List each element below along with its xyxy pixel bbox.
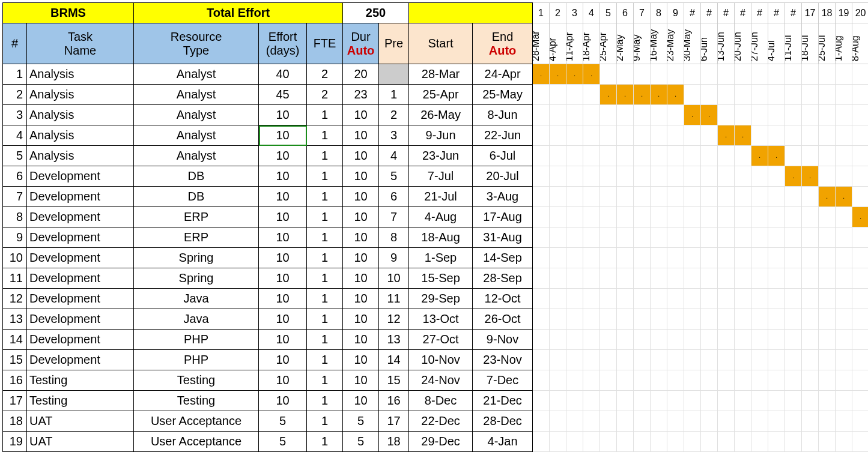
gantt-cell[interactable] [684,411,701,432]
gantt-cell[interactable] [718,370,735,391]
gantt-cell[interactable]: . [701,105,718,125]
gantt-cell[interactable]: . [768,146,785,166]
week-date-12[interactable]: 20-Jun [735,23,751,64]
gantt-cell[interactable] [701,207,718,227]
gantt-cell[interactable] [852,125,868,146]
effort-cell[interactable]: 10 [259,146,307,166]
end-cell[interactable]: 4-Jan [473,432,533,452]
task-name-cell[interactable]: Development [27,248,134,268]
pre-cell[interactable]: 12 [379,309,409,330]
effort-cell[interactable]: 10 [259,105,307,125]
resource-type-cell[interactable]: Java [134,309,259,330]
gantt-cell[interactable] [600,125,617,146]
pre-cell[interactable]: 15 [379,370,409,391]
gantt-cell[interactable] [836,411,852,432]
gantt-cell[interactable] [566,289,583,309]
gantt-cell[interactable] [550,350,566,370]
gantt-cell[interactable] [651,146,667,166]
end-cell[interactable]: 9-Nov [473,330,533,350]
gantt-cell[interactable] [667,125,684,146]
gantt-cell[interactable] [836,350,852,370]
hdr-start[interactable]: Start [409,23,473,64]
gantt-cell[interactable] [634,391,651,411]
start-cell[interactable]: 18-Aug [409,227,473,248]
gantt-cell[interactable] [718,105,735,125]
gantt-cell[interactable] [751,227,768,248]
gantt-cell[interactable] [566,187,583,207]
gantt-cell[interactable] [785,432,802,452]
gantt-cell[interactable] [550,309,566,330]
gantt-cell[interactable] [600,330,617,350]
start-cell[interactable]: 24-Nov [409,370,473,391]
task-name-cell[interactable]: Analysis [27,105,134,125]
week-number-8[interactable]: 9 [667,3,684,23]
gantt-cell[interactable] [583,350,600,370]
gantt-cell[interactable] [701,248,718,268]
fte-cell[interactable]: 2 [307,64,343,85]
gantt-cell[interactable] [701,350,718,370]
start-cell[interactable]: 1-Sep [409,248,473,268]
effort-cell[interactable]: 10 [259,289,307,309]
gantt-cell[interactable] [802,125,819,146]
gantt-cell[interactable] [583,268,600,289]
gantt-cell[interactable] [735,248,751,268]
pre-cell[interactable]: 2 [379,105,409,125]
gantt-cell[interactable] [751,309,768,330]
task-name-cell[interactable]: Analysis [27,146,134,166]
gantt-cell[interactable] [600,289,617,309]
gantt-cell[interactable] [667,146,684,166]
start-cell[interactable]: 8-Dec [409,391,473,411]
row-index[interactable]: 18 [3,411,27,432]
resource-type-cell[interactable]: Testing [134,370,259,391]
week-number-1[interactable]: 2 [550,3,566,23]
gantt-cell[interactable]: . [651,85,667,105]
gantt-cell[interactable] [634,207,651,227]
gantt-cell[interactable] [819,309,836,330]
gantt-cell[interactable] [600,146,617,166]
gantt-cell[interactable] [634,289,651,309]
gantt-cell[interactable] [617,330,634,350]
gantt-cell[interactable] [566,207,583,227]
end-cell[interactable]: 25-May [473,85,533,105]
gantt-cell[interactable] [566,125,583,146]
gantt-cell[interactable] [583,105,600,125]
task-name-cell[interactable]: Analysis [27,64,134,85]
effort-cell[interactable]: 10 [259,227,307,248]
gantt-cell[interactable] [735,432,751,452]
hdr-task[interactable]: Task Name [27,23,134,64]
gantt-cell[interactable] [718,350,735,370]
gantt-cell[interactable] [634,330,651,350]
gantt-cell[interactable]: . [751,146,768,166]
fte-cell[interactable]: 1 [307,207,343,227]
gantt-cell[interactable] [751,330,768,350]
gantt-cell[interactable] [785,289,802,309]
gantt-cell[interactable] [651,391,667,411]
end-cell[interactable]: 24-Apr [473,64,533,85]
gantt-cell[interactable] [751,411,768,432]
dur-cell[interactable]: 10 [343,187,379,207]
gantt-cell[interactable] [852,411,868,432]
gantt-cell[interactable] [819,105,836,125]
gantt-cell[interactable] [852,64,868,85]
gantt-cell[interactable] [718,391,735,411]
gantt-cell[interactable] [617,289,634,309]
gantt-cell[interactable] [718,268,735,289]
gantt-cell[interactable] [836,105,852,125]
gantt-cell[interactable] [785,227,802,248]
start-cell[interactable]: 22-Dec [409,411,473,432]
gantt-cell[interactable] [550,85,566,105]
week-date-8[interactable]: 23-May [667,23,684,64]
gantt-cell[interactable] [617,268,634,289]
gantt-cell[interactable] [701,309,718,330]
dur-cell[interactable]: 10 [343,268,379,289]
gantt-cell[interactable] [550,268,566,289]
gantt-cell[interactable] [701,85,718,105]
gantt-cell[interactable] [819,125,836,146]
gantt-cell[interactable] [735,166,751,187]
gantt-cell[interactable] [566,391,583,411]
week-date-16[interactable]: 18-Jul [802,23,819,64]
pre-cell[interactable]: 6 [379,187,409,207]
fte-cell[interactable]: 1 [307,350,343,370]
gantt-cell[interactable] [651,64,667,85]
gantt-cell[interactable] [785,64,802,85]
